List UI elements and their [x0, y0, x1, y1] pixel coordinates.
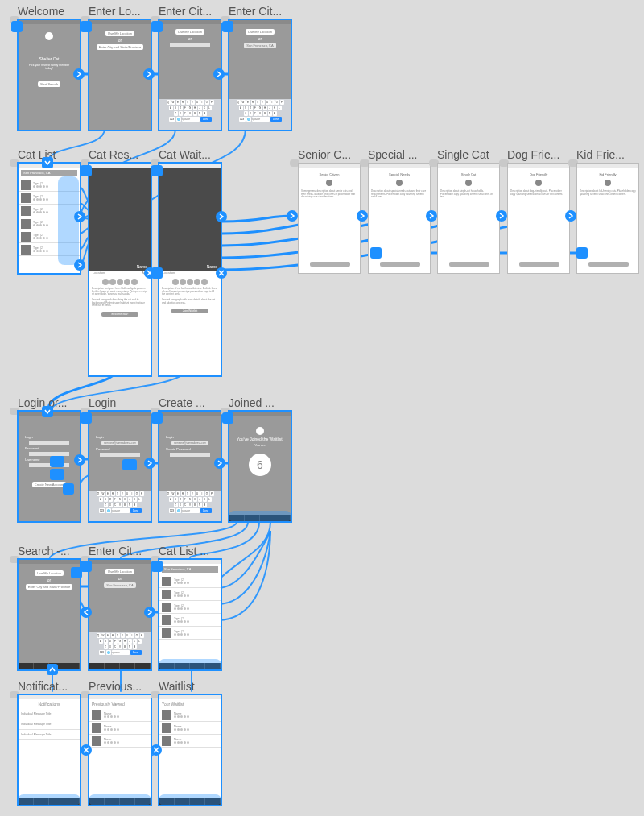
origin-bar-node-icon[interactable]: [50, 469, 64, 480]
screen-frame[interactable]: Use My Location or San Francisco, CA QWE…: [89, 559, 151, 670]
target-node-icon[interactable]: [151, 165, 163, 176]
target-node-icon[interactable]: [80, 561, 92, 572]
screen-login[interactable]: Login Login someone@someaddress.com Pass…: [89, 396, 151, 522]
chevron-left-icon[interactable]: [80, 607, 92, 618]
chevron-right-icon[interactable]: [73, 68, 85, 80]
list-item[interactable]: Tiger (2): [159, 588, 221, 601]
target-node-icon[interactable]: [80, 165, 92, 176]
target-node-icon[interactable]: [151, 412, 163, 424]
screen-frame[interactable]: You've Joined the Waitlist! You are 6: [229, 411, 291, 522]
chevron-right-icon[interactable]: [216, 211, 227, 222]
trait-icons[interactable]: [159, 279, 221, 285]
screen-enter-city-2[interactable]: Enter Cit... Use My Location or San Fran…: [89, 545, 151, 670]
flow-canvas[interactable]: Welcome Shelter Cat Pick your newest fam…: [0, 0, 644, 816]
email-input[interactable]: someone@someaddress.com: [101, 441, 138, 445]
screen-frame[interactable]: Use My Location or San Francisco, CA QWE…: [229, 19, 291, 130]
origin-bar-node-icon[interactable]: [122, 459, 137, 470]
screen-enter-city-typing[interactable]: Enter Cit... Use My Location or QWERTYUI…: [159, 5, 221, 130]
chevron-down-icon[interactable]: [42, 157, 53, 168]
back-button[interactable]: [588, 262, 629, 267]
start-button[interactable]: Start Search: [38, 81, 60, 87]
target-node-icon[interactable]: [80, 21, 92, 32]
list-item[interactable]: Name: [89, 735, 151, 748]
use-location-button[interactable]: Use My Location: [35, 570, 64, 576]
screen-frame[interactable]: Name Location Description of cat for the…: [159, 163, 221, 376]
screen-frame[interactable]: Use My Location or QWERTYUIOP ASDFGHJKL …: [159, 19, 221, 130]
chevron-right-icon[interactable]: [74, 259, 85, 271]
origin-bar-node-icon[interactable]: [50, 456, 64, 467]
chevron-right-icon[interactable]: [287, 210, 298, 222]
use-location-button[interactable]: Use My Location: [175, 29, 204, 35]
list-item[interactable]: Individual Message Title: [19, 719, 80, 730]
screen-frame[interactable]: Senior Citizen Some general description …: [298, 163, 361, 274]
location-bar[interactable]: San Francisco, CA: [162, 566, 218, 573]
back-button[interactable]: [310, 262, 350, 267]
chevron-right-icon[interactable]: [357, 210, 368, 222]
screen-search[interactable]: Search -... Use My Location or Enter Cit…: [18, 545, 80, 670]
origin-node-icon[interactable]: [576, 247, 588, 259]
list-item[interactable]: Name: [159, 722, 221, 735]
screen-frame[interactable]: Login someone@someaddress.com Create Pas…: [159, 411, 221, 522]
email-input[interactable]: someone@someaddress.com: [171, 441, 208, 445]
list-item[interactable]: Tiger (2): [159, 575, 221, 588]
use-location-button[interactable]: Use My Location: [246, 29, 275, 35]
target-node-icon[interactable]: [222, 21, 233, 32]
enter-city-button[interactable]: Enter City and State/Province: [97, 44, 143, 50]
list-item[interactable]: Tiger (2): [159, 614, 221, 627]
list-item[interactable]: Individual Message Title: [19, 730, 80, 740]
screen-frame[interactable]: Use My Location or Enter City and State/…: [89, 19, 151, 130]
trait-icons[interactable]: [89, 279, 151, 285]
screen-frame[interactable]: Previously Viewed Name Name Name: [89, 694, 151, 806]
screen-frame[interactable]: Name LocationAgo Description text goes h…: [89, 163, 151, 376]
screen-cat-result[interactable]: Cat Res... Name LocationAgo Description …: [89, 148, 151, 376]
chevron-right-icon[interactable]: [426, 210, 437, 222]
screen-frame[interactable]: Dog Friendly Description about dog-frien…: [507, 163, 570, 274]
target-node-icon[interactable]: [151, 267, 163, 279]
enter-city-button[interactable]: Enter City and State/Province: [26, 584, 72, 590]
chevron-right-icon[interactable]: [213, 68, 225, 80]
screen-joined-waitlist[interactable]: Joined ... You've Joined the Waitlist! Y…: [229, 396, 291, 522]
screen-frame[interactable]: Your Waitlist Name Name Name: [159, 694, 221, 806]
list-item[interactable]: Name: [89, 722, 151, 735]
close-icon[interactable]: [80, 744, 92, 756]
screen-welcome[interactable]: Welcome Shelter Cat Pick your newest fam…: [18, 5, 80, 130]
close-icon[interactable]: [151, 744, 162, 756]
screen-frame[interactable]: Shelter Cat Pick your newest family memb…: [18, 19, 80, 130]
tabbar[interactable]: [89, 663, 151, 669]
use-location-button[interactable]: Use My Location: [105, 569, 134, 574]
keyboard[interactable]: QWERTYUIOP ASDFGHJKL ZXCVBNM 123🌐spaceDo…: [229, 99, 291, 130]
screen-cat-list-2[interactable]: Cat List ... San Francisco, CA Tiger (2)…: [159, 545, 221, 670]
chevron-right-icon[interactable]: [144, 607, 155, 618]
list-item[interactable]: Tiger (2): [159, 601, 221, 614]
password-input[interactable]: [100, 453, 140, 457]
chevron-right-icon[interactable]: [143, 68, 155, 80]
screen-frame[interactable]: Login someone@someaddress.com Password Q…: [89, 411, 151, 522]
target-node-icon[interactable]: [222, 412, 233, 424]
close-icon[interactable]: [216, 267, 227, 279]
city-input[interactable]: San Francisco, CA: [104, 582, 135, 588]
chevron-right-icon[interactable]: [214, 458, 225, 469]
chevron-right-icon[interactable]: [496, 210, 507, 222]
chevron-right-icon[interactable]: [74, 454, 85, 466]
back-button[interactable]: [449, 262, 489, 267]
screen-frame[interactable]: Single Cat Description about single-cat …: [437, 163, 500, 274]
list-item[interactable]: Name: [89, 709, 151, 722]
join-waitlist-button[interactable]: Join Waitlist: [171, 309, 208, 313]
target-node-icon[interactable]: [370, 247, 382, 259]
screen-waitlist[interactable]: Waitlist Your Waitlist Name Name Name: [159, 680, 221, 806]
screen-enter-city-filled[interactable]: Enter Cit... Use My Location or San Fran…: [229, 5, 291, 130]
use-location-button[interactable]: Use My Location: [105, 31, 134, 36]
location-bar[interactable]: San Francisco, CA: [21, 170, 77, 176]
login-input[interactable]: [29, 441, 69, 445]
list-item[interactable]: Name: [159, 709, 221, 722]
list-item[interactable]: Tiger (2): [159, 627, 221, 640]
screen-single-cat[interactable]: Single Cat Single Cat Description about …: [437, 148, 500, 274]
chevron-right-icon[interactable]: [565, 210, 576, 222]
screen-notifications[interactable]: Notificat... Notifications Individual Me…: [18, 680, 80, 806]
origin-node-icon[interactable]: [63, 483, 74, 495]
list-item[interactable]: Individual Message Title: [19, 709, 80, 719]
target-node-icon[interactable]: [151, 561, 163, 572]
screen-create-account[interactable]: Create ... Login someone@someaddress.com…: [159, 396, 221, 522]
screen-frame[interactable]: Login Password Username Create New Accou…: [18, 411, 80, 522]
password-input[interactable]: [29, 452, 69, 456]
